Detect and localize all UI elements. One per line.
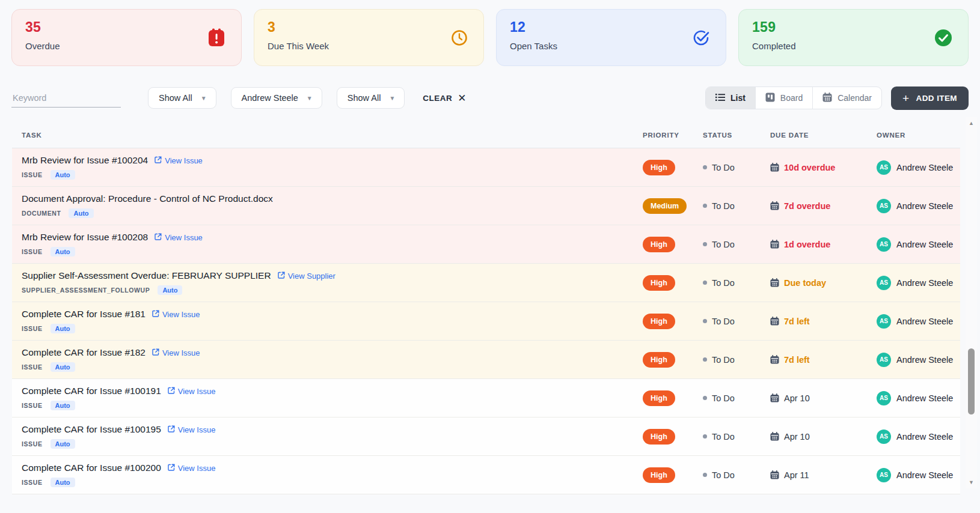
- status-label: To Do: [712, 355, 735, 365]
- auto-badge: Auto: [51, 439, 75, 449]
- task-meta-line: ISSUEAuto: [22, 324, 643, 333]
- filter-dropdown-status[interactable]: Show All ▼: [337, 87, 405, 109]
- filter-dropdown-owner[interactable]: Andrew Steele ▼: [231, 87, 322, 109]
- clock-icon: [451, 29, 468, 46]
- chevron-down-icon: ▼: [307, 95, 313, 102]
- owner-name: Andrew Steele: [896, 163, 953, 172]
- priority-badge: High: [643, 275, 675, 291]
- link-label: View Issue: [165, 233, 203, 242]
- view-toggle-board-label: Board: [780, 93, 803, 103]
- column-header-due-date: DUE DATE: [770, 132, 877, 139]
- avatar: AS: [877, 391, 891, 405]
- priority-badge: High: [643, 467, 675, 483]
- scroll-down-icon[interactable]: ▼: [969, 479, 974, 485]
- calendar-icon: [770, 393, 779, 402]
- alert-icon: [207, 28, 225, 47]
- status-dot-icon: [703, 319, 707, 323]
- owner-cell: ASAndrew Steele: [877, 276, 960, 290]
- task-type-label: ISSUE: [22, 479, 43, 486]
- view-issue-link[interactable]: View Issue: [168, 387, 216, 396]
- calendar-icon: [770, 355, 779, 364]
- priority-badge: High: [643, 160, 675, 175]
- due-date-label: Apr 11: [784, 470, 809, 480]
- add-item-label: ADD ITEM: [916, 94, 957, 103]
- table-row[interactable]: Supplier Self-Assessment Overdue: FEBRUA…: [12, 264, 960, 302]
- view-supplier-link[interactable]: View Supplier: [278, 272, 335, 281]
- link-label: View Issue: [162, 310, 200, 319]
- calendar-icon: [770, 201, 779, 210]
- stat-card-completed[interactable]: 159 Completed: [738, 9, 969, 66]
- check-circle-outline-icon: [692, 29, 710, 47]
- task-title: Mrb Review for Issue #100204: [22, 155, 148, 166]
- status-dot-icon: [703, 165, 707, 169]
- view-issue-link[interactable]: View Issue: [152, 310, 200, 319]
- status-cell: To Do: [703, 317, 770, 326]
- due-week-label: Due This Week: [268, 41, 470, 51]
- view-issue-link[interactable]: View Issue: [155, 156, 203, 165]
- view-issue-link[interactable]: View Issue: [168, 464, 216, 473]
- status-label: To Do: [712, 240, 735, 249]
- due-date-cell: 7d overdue: [770, 201, 877, 211]
- scroll-up-icon[interactable]: ▲: [969, 120, 974, 126]
- overdue-count: 35: [25, 19, 228, 35]
- stat-card-overdue[interactable]: 35 Overdue: [11, 9, 242, 66]
- table-row[interactable]: Complete CAR for Issue #181View IssueISS…: [12, 302, 960, 341]
- priority-cell: High: [643, 275, 703, 291]
- stat-card-due-this-week[interactable]: 3 Due This Week: [254, 9, 484, 66]
- table-body: Mrb Review for Issue #100204View IssueIS…: [12, 148, 960, 494]
- view-toggle-list[interactable]: List: [706, 87, 756, 109]
- task-title: Document Approval: Procedure - Control o…: [22, 193, 273, 204]
- view-issue-link[interactable]: View Issue: [152, 348, 200, 357]
- task-type-label: ISSUE: [22, 440, 43, 448]
- view-toggle-calendar[interactable]: Calendar: [813, 87, 881, 109]
- view-toggle-board[interactable]: Board: [756, 87, 813, 109]
- table-row[interactable]: Complete CAR for Issue #100200View Issue…: [12, 456, 960, 494]
- link-label: View Issue: [178, 464, 216, 473]
- status-dot-icon: [703, 281, 707, 285]
- table-row[interactable]: Complete CAR for Issue #100195View Issue…: [12, 417, 960, 456]
- table-row[interactable]: Document Approval: Procedure - Control o…: [12, 187, 960, 225]
- close-icon: ✕: [458, 92, 467, 105]
- stat-cards: 35 Overdue 3 Due This Week 12 Open Tasks…: [11, 9, 969, 66]
- table-row[interactable]: Mrb Review for Issue #100204View IssueIS…: [12, 148, 960, 187]
- task-type-label: ISSUE: [22, 325, 43, 332]
- task-cell: Complete CAR for Issue #100200View Issue…: [12, 463, 643, 487]
- task-title: Complete CAR for Issue #100191: [22, 386, 161, 396]
- task-title-line: Complete CAR for Issue #182View Issue: [22, 347, 643, 358]
- table-row[interactable]: Complete CAR for Issue #100191View Issue…: [12, 379, 960, 417]
- table-row[interactable]: Complete CAR for Issue #182View IssueISS…: [12, 341, 960, 379]
- table-row[interactable]: Mrb Review for Issue #100208View IssueIS…: [12, 225, 960, 264]
- calendar-icon: [770, 278, 779, 287]
- filter-dropdown-type[interactable]: Show All ▼: [148, 87, 216, 109]
- priority-badge: High: [643, 314, 675, 329]
- clear-label: CLEAR: [423, 94, 452, 103]
- add-item-button[interactable]: + ADD ITEM: [891, 87, 969, 110]
- stat-card-open-tasks[interactable]: 12 Open Tasks: [496, 9, 726, 66]
- avatar: AS: [877, 314, 891, 329]
- status-dot-icon: [703, 204, 707, 208]
- auto-badge: Auto: [51, 247, 75, 256]
- status-cell: To Do: [703, 201, 770, 211]
- task-meta-line: DOCUMENTAuto: [22, 208, 643, 218]
- scrollbar-thumb[interactable]: [968, 348, 975, 414]
- avatar: AS: [877, 353, 891, 367]
- avatar: AS: [877, 160, 891, 175]
- view-controls: List Board Calendar + ADD ITEM: [705, 87, 969, 110]
- external-link-icon: [155, 233, 162, 242]
- vertical-scrollbar[interactable]: ▲ ▼: [966, 117, 977, 488]
- clear-filters-button[interactable]: CLEAR ✕: [423, 92, 467, 105]
- status-label: To Do: [712, 201, 735, 211]
- check-circle-filled-icon: [934, 29, 952, 47]
- priority-badge: High: [643, 429, 675, 445]
- view-toggle-calendar-label: Calendar: [838, 93, 872, 103]
- external-link-icon: [168, 464, 175, 473]
- priority-cell: High: [643, 390, 703, 406]
- external-link-icon: [278, 272, 285, 281]
- owner-name: Andrew Steele: [896, 355, 953, 365]
- keyword-input[interactable]: [11, 89, 121, 108]
- priority-cell: High: [643, 467, 703, 483]
- view-issue-link[interactable]: View Issue: [155, 233, 203, 242]
- owner-cell: ASAndrew Steele: [877, 237, 960, 252]
- view-issue-link[interactable]: View Issue: [168, 425, 216, 434]
- due-date-label: 7d left: [784, 317, 810, 326]
